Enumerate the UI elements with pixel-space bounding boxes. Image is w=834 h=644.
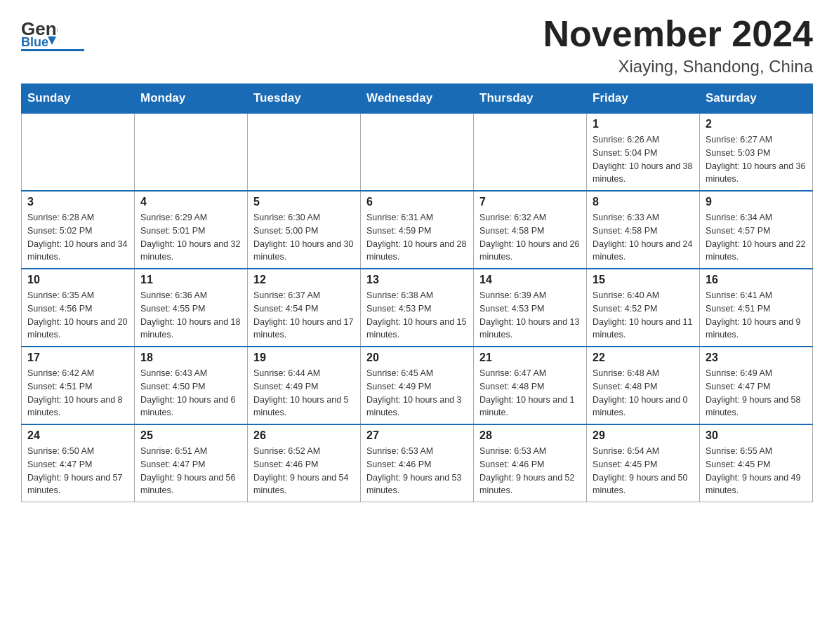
day-number: 19 xyxy=(253,351,355,364)
calendar-cell: 2Sunrise: 6:27 AM Sunset: 5:03 PM Daylig… xyxy=(700,113,813,191)
page-header: General Blue November 2024 Xiaying, Shan… xyxy=(21,14,813,76)
calendar-cell: 19Sunrise: 6:44 AM Sunset: 4:49 PM Dayli… xyxy=(248,347,361,424)
calendar-cell: 9Sunrise: 6:34 AM Sunset: 4:57 PM Daylig… xyxy=(700,191,813,269)
weekday-header-friday: Friday xyxy=(587,84,700,114)
calendar-cell: 21Sunrise: 6:47 AM Sunset: 4:48 PM Dayli… xyxy=(474,347,587,424)
week-row-3: 10Sunrise: 6:35 AM Sunset: 4:56 PM Dayli… xyxy=(22,269,813,347)
calendar-cell xyxy=(22,113,135,191)
day-info: Sunrise: 6:44 AM Sunset: 4:49 PM Dayligh… xyxy=(253,367,355,420)
day-number: 5 xyxy=(253,196,355,208)
calendar-cell: 1Sunrise: 6:26 AM Sunset: 5:04 PM Daylig… xyxy=(587,113,700,191)
day-number: 9 xyxy=(706,196,807,208)
day-info: Sunrise: 6:37 AM Sunset: 4:54 PM Dayligh… xyxy=(253,289,355,342)
week-row-1: 1Sunrise: 6:26 AM Sunset: 5:04 PM Daylig… xyxy=(22,113,813,191)
day-info: Sunrise: 6:36 AM Sunset: 4:55 PM Dayligh… xyxy=(140,289,241,342)
calendar-cell: 16Sunrise: 6:41 AM Sunset: 4:51 PM Dayli… xyxy=(700,269,813,347)
calendar-cell: 5Sunrise: 6:30 AM Sunset: 5:00 PM Daylig… xyxy=(248,191,361,269)
week-row-4: 17Sunrise: 6:42 AM Sunset: 4:51 PM Dayli… xyxy=(22,347,813,424)
day-info: Sunrise: 6:48 AM Sunset: 4:48 PM Dayligh… xyxy=(593,367,694,420)
day-info: Sunrise: 6:27 AM Sunset: 5:03 PM Dayligh… xyxy=(706,133,807,186)
day-info: Sunrise: 6:42 AM Sunset: 4:51 PM Dayligh… xyxy=(27,367,128,420)
calendar-cell: 8Sunrise: 6:33 AM Sunset: 4:58 PM Daylig… xyxy=(587,191,700,269)
day-info: Sunrise: 6:49 AM Sunset: 4:47 PM Dayligh… xyxy=(706,367,807,420)
weekday-header-saturday: Saturday xyxy=(700,84,813,114)
calendar-cell: 27Sunrise: 6:53 AM Sunset: 4:46 PM Dayli… xyxy=(361,424,474,502)
month-title: November 2024 xyxy=(543,14,813,54)
day-number: 7 xyxy=(479,196,581,208)
day-info: Sunrise: 6:28 AM Sunset: 5:02 PM Dayligh… xyxy=(27,211,128,264)
calendar-cell: 17Sunrise: 6:42 AM Sunset: 4:51 PM Dayli… xyxy=(22,347,135,424)
day-number: 6 xyxy=(366,196,468,208)
week-row-2: 3Sunrise: 6:28 AM Sunset: 5:02 PM Daylig… xyxy=(22,191,813,269)
day-number: 20 xyxy=(366,351,468,364)
day-number: 30 xyxy=(706,429,807,442)
weekday-header-monday: Monday xyxy=(135,84,248,114)
day-number: 14 xyxy=(479,274,581,286)
day-number: 4 xyxy=(140,196,241,208)
day-number: 12 xyxy=(253,274,355,286)
day-info: Sunrise: 6:38 AM Sunset: 4:53 PM Dayligh… xyxy=(366,289,468,342)
day-number: 8 xyxy=(593,196,694,208)
day-number: 21 xyxy=(479,351,581,364)
day-info: Sunrise: 6:35 AM Sunset: 4:56 PM Dayligh… xyxy=(27,289,128,342)
calendar-cell xyxy=(135,113,248,191)
calendar-cell xyxy=(361,113,474,191)
day-info: Sunrise: 6:29 AM Sunset: 5:01 PM Dayligh… xyxy=(140,211,241,264)
title-block: November 2024 Xiaying, Shandong, China xyxy=(543,14,813,76)
calendar-cell: 4Sunrise: 6:29 AM Sunset: 5:01 PM Daylig… xyxy=(135,191,248,269)
day-info: Sunrise: 6:39 AM Sunset: 4:53 PM Dayligh… xyxy=(479,289,581,342)
svg-marker-1 xyxy=(48,36,56,45)
calendar-cell: 24Sunrise: 6:50 AM Sunset: 4:47 PM Dayli… xyxy=(22,424,135,502)
calendar-cell xyxy=(248,113,361,191)
day-number: 17 xyxy=(27,351,128,364)
day-info: Sunrise: 6:41 AM Sunset: 4:51 PM Dayligh… xyxy=(706,289,807,342)
day-info: Sunrise: 6:53 AM Sunset: 4:46 PM Dayligh… xyxy=(479,445,581,497)
calendar-cell: 7Sunrise: 6:32 AM Sunset: 4:58 PM Daylig… xyxy=(474,191,587,269)
day-number: 15 xyxy=(593,274,694,286)
day-info: Sunrise: 6:40 AM Sunset: 4:52 PM Dayligh… xyxy=(593,289,694,342)
calendar-cell: 23Sunrise: 6:49 AM Sunset: 4:47 PM Dayli… xyxy=(700,347,813,424)
day-info: Sunrise: 6:47 AM Sunset: 4:48 PM Dayligh… xyxy=(479,367,581,420)
day-info: Sunrise: 6:52 AM Sunset: 4:46 PM Dayligh… xyxy=(253,445,355,497)
calendar-cell: 30Sunrise: 6:55 AM Sunset: 4:45 PM Dayli… xyxy=(700,424,813,502)
calendar-cell: 18Sunrise: 6:43 AM Sunset: 4:50 PM Dayli… xyxy=(135,347,248,424)
calendar-cell: 14Sunrise: 6:39 AM Sunset: 4:53 PM Dayli… xyxy=(474,269,587,347)
day-number: 24 xyxy=(27,429,128,442)
weekday-header-row: SundayMondayTuesdayWednesdayThursdayFrid… xyxy=(22,84,813,114)
day-info: Sunrise: 6:50 AM Sunset: 4:47 PM Dayligh… xyxy=(27,445,128,497)
day-number: 18 xyxy=(140,351,241,364)
day-info: Sunrise: 6:26 AM Sunset: 5:04 PM Dayligh… xyxy=(593,133,694,186)
calendar-cell: 22Sunrise: 6:48 AM Sunset: 4:48 PM Dayli… xyxy=(587,347,700,424)
day-number: 26 xyxy=(253,429,355,442)
day-info: Sunrise: 6:30 AM Sunset: 5:00 PM Dayligh… xyxy=(253,211,355,264)
weekday-header-thursday: Thursday xyxy=(474,84,587,114)
day-number: 16 xyxy=(706,274,807,286)
weekday-header-tuesday: Tuesday xyxy=(248,84,361,114)
calendar-cell: 20Sunrise: 6:45 AM Sunset: 4:49 PM Dayli… xyxy=(361,347,474,424)
day-number: 25 xyxy=(140,429,241,442)
day-info: Sunrise: 6:55 AM Sunset: 4:45 PM Dayligh… xyxy=(706,445,807,497)
day-info: Sunrise: 6:33 AM Sunset: 4:58 PM Dayligh… xyxy=(593,211,694,264)
day-info: Sunrise: 6:54 AM Sunset: 4:45 PM Dayligh… xyxy=(593,445,694,497)
weekday-header-sunday: Sunday xyxy=(22,84,135,114)
day-number: 27 xyxy=(366,429,468,442)
calendar-cell: 6Sunrise: 6:31 AM Sunset: 4:59 PM Daylig… xyxy=(361,191,474,269)
day-number: 1 xyxy=(593,118,694,130)
day-info: Sunrise: 6:53 AM Sunset: 4:46 PM Dayligh… xyxy=(366,445,468,497)
calendar-cell: 10Sunrise: 6:35 AM Sunset: 4:56 PM Dayli… xyxy=(22,269,135,347)
calendar-cell: 13Sunrise: 6:38 AM Sunset: 4:53 PM Dayli… xyxy=(361,269,474,347)
day-number: 10 xyxy=(27,274,128,286)
weekday-header-wednesday: Wednesday xyxy=(361,84,474,114)
location-title: Xiaying, Shandong, China xyxy=(543,57,813,76)
day-number: 28 xyxy=(479,429,581,442)
calendar-cell: 26Sunrise: 6:52 AM Sunset: 4:46 PM Dayli… xyxy=(248,424,361,502)
day-number: 11 xyxy=(140,274,241,286)
calendar-cell: 11Sunrise: 6:36 AM Sunset: 4:55 PM Dayli… xyxy=(135,269,248,347)
day-info: Sunrise: 6:43 AM Sunset: 4:50 PM Dayligh… xyxy=(140,367,241,420)
logo: General Blue xyxy=(21,14,84,51)
day-number: 29 xyxy=(593,429,694,442)
day-number: 3 xyxy=(27,196,128,208)
day-info: Sunrise: 6:51 AM Sunset: 4:47 PM Dayligh… xyxy=(140,445,241,497)
calendar-cell: 15Sunrise: 6:40 AM Sunset: 4:52 PM Dayli… xyxy=(587,269,700,347)
calendar-cell: 28Sunrise: 6:53 AM Sunset: 4:46 PM Dayli… xyxy=(474,424,587,502)
